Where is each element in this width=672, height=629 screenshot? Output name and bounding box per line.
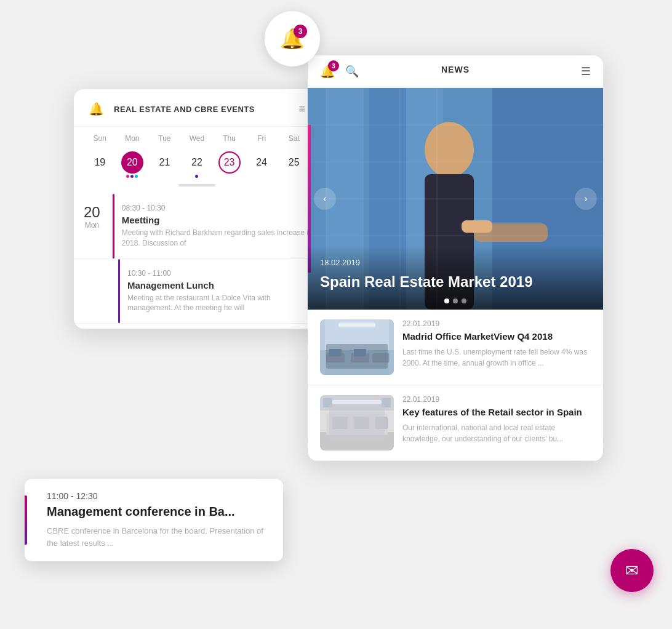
news-item-2[interactable]: 22.01.2019 Key features of the Retail se… [308, 385, 603, 461]
svg-rect-22 [329, 349, 342, 356]
cal-day-20[interactable]: 20 [116, 148, 149, 182]
svg-rect-24 [338, 323, 375, 327]
day-num-22: 22 [186, 151, 208, 174]
svg-rect-36 [382, 398, 391, 407]
event-name-2: Management Lunch [127, 280, 313, 290]
svg-rect-31 [354, 417, 369, 429]
search-icon[interactable]: 🔍 [345, 65, 359, 78]
svg-rect-32 [375, 417, 388, 429]
news-article-title-2: Key features of the Retail sector in Spa… [402, 406, 591, 419]
hero-dot-3[interactable] [462, 298, 466, 303]
day-header-tue: Tue [148, 134, 181, 143]
day-num-20: 20 [121, 151, 143, 174]
event-desc-1: Meeting with Richard Barkham regarding s… [122, 228, 313, 249]
calendar-panel: 🔔 REAL ESTATE AND CBRE EVENTS ≡ Sun Mon … [74, 89, 320, 329]
event-time-2: 10:30 - 11:00 [127, 269, 313, 278]
event-name-1: Meetting [122, 215, 313, 225]
calendar-days-header: Sun Mon Tue Wed Thu Fri Sat [84, 134, 310, 143]
day-num-23: 23 [218, 151, 241, 174]
day-header-thu: Thu [213, 134, 246, 143]
hero-date: 18.02.2019 [320, 258, 591, 267]
svg-rect-35 [323, 398, 332, 407]
cal-day-25[interactable]: 25 [278, 148, 310, 182]
scroll-indicator [84, 182, 310, 189]
dot-purple-22 [195, 175, 198, 178]
calendar-bell-icon: 🔔 [89, 102, 104, 116]
cal-day-21[interactable]: 21 [148, 148, 181, 182]
day-header-fri: Fri [246, 134, 278, 143]
day-22-dots [195, 175, 198, 178]
svg-rect-21 [372, 353, 390, 363]
dot-purple [130, 175, 134, 178]
day-label-num: 20 [84, 204, 100, 221]
cal-day-22[interactable]: 22 [181, 148, 214, 182]
dot-teal [135, 175, 138, 178]
floating-event-time: 11:00 - 12:30 [39, 491, 268, 501]
day-num-25: 25 [283, 151, 305, 174]
events-list: 20 Mon 08:30 - 10:30 Meetting Meeting wi… [74, 194, 320, 329]
news-notif-icon[interactable]: 🔔 3 [320, 64, 335, 79]
cal-day-23[interactable]: 23 [213, 148, 246, 182]
news-article-desc-1: Last time the U.S. unemployment rate fel… [402, 347, 591, 369]
calendar-title: REAL ESTATE AND CBRE EVENTS [114, 105, 255, 114]
event-spacer [74, 259, 118, 324]
calendar-menu-icon[interactable]: ≡ [298, 103, 305, 116]
news-header-title: NEWS [441, 64, 470, 75]
calendar-header: 🔔 REAL ESTATE AND CBRE EVENTS ≡ [74, 89, 320, 127]
bell-icon: 🔔 3 [280, 27, 305, 50]
news-article-desc-2: Our international, national and local re… [402, 422, 591, 444]
svg-rect-29 [326, 414, 388, 435]
event-content-2[interactable]: 10:30 - 11:00 Management Lunch Meeting a… [120, 259, 320, 324]
day-label-name: Mon [85, 221, 99, 230]
floating-event-desc: CBRE conference in Barcelona for the boa… [39, 525, 268, 549]
day-header-wed: Wed [181, 134, 214, 143]
cal-day-24[interactable]: 24 [246, 148, 278, 182]
news-thumb-1 [320, 319, 394, 375]
calendar-days: 19 20 21 22 [84, 148, 310, 182]
hero-dot-2[interactable] [453, 298, 458, 303]
hero-title: Spain Real Estate Market 2019 [320, 272, 591, 291]
day-header-mon: Mon [116, 134, 149, 143]
news-date-1: 22.01.2019 [402, 319, 591, 328]
cal-day-19[interactable]: 19 [84, 148, 116, 182]
svg-rect-34 [332, 400, 382, 404]
svg-rect-28 [320, 432, 394, 451]
scroll-bar [178, 184, 215, 186]
hero-next-button[interactable]: › [575, 188, 597, 210]
news-content-2: 22.01.2019 Key features of the Retail se… [402, 395, 591, 451]
floating-event-name: Management conference in Ba... [39, 505, 268, 519]
day-header-sun: Sun [84, 134, 116, 143]
day-num-24: 24 [250, 151, 273, 174]
notification-badge: 3 [294, 25, 307, 38]
event-row-1: 20 Mon 08:30 - 10:30 Meetting Meeting wi… [74, 194, 320, 259]
news-hero: 18.02.2019 Spain Real Estate Market 2019… [308, 88, 603, 310]
hamburger-icon[interactable]: ☰ [581, 65, 591, 78]
scene: 🔔 3 🔔 REAL ESTATE AND CBRE EVENTS ≡ Sun … [0, 0, 672, 629]
event-row-2: 10:30 - 11:00 Management Lunch Meeting a… [74, 259, 320, 324]
svg-point-5 [425, 122, 474, 177]
office-svg [320, 319, 394, 375]
email-icon: ✉ [625, 561, 639, 580]
notification-bubble[interactable]: 🔔 3 [265, 11, 320, 66]
hero-dot-1[interactable] [444, 298, 449, 303]
news-thumb-2 [320, 395, 394, 451]
event-content-1[interactable]: 08:30 - 10:30 Meetting Meeting with Rich… [114, 194, 320, 258]
dot-pink [126, 175, 129, 178]
svg-rect-26 [389, 319, 394, 375]
news-item-1[interactable]: 22.01.2019 Madrid Office MarketView Q4 2… [308, 310, 603, 385]
floating-event-accent [25, 495, 27, 545]
hero-prev-button[interactable]: ‹ [314, 188, 336, 210]
svg-rect-20 [351, 353, 369, 363]
day-header-sat: Sat [278, 134, 310, 143]
email-fab[interactable]: ✉ [610, 549, 654, 592]
day-label: 20 Mon [74, 194, 113, 258]
calendar-grid: Sun Mon Tue Wed Thu Fri Sat 19 20 [74, 127, 320, 194]
floating-event-card[interactable]: 11:00 - 12:30 Management conference in B… [25, 479, 283, 561]
news-header: 🔔 3 🔍 NEWS ☰ [308, 55, 603, 88]
news-notif-badge: 3 [328, 60, 339, 71]
svg-rect-17 [320, 319, 394, 375]
event-desc-2: Meeting at the restaurant La Dolce Vita … [127, 293, 313, 314]
news-article-title-1: Madrid Office MarketView Q4 2018 [402, 331, 591, 343]
hero-dots [444, 298, 466, 303]
news-panel: 🔔 3 🔍 NEWS ☰ [308, 55, 603, 461]
